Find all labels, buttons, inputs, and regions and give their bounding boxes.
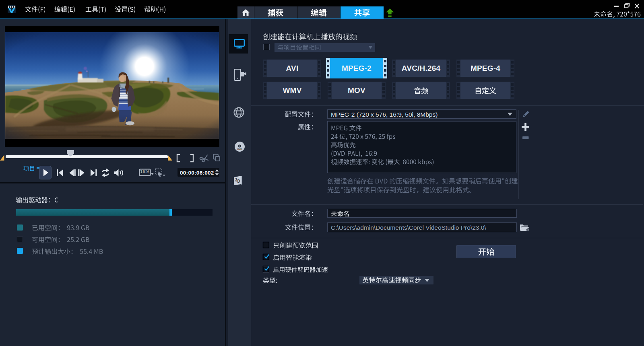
svg-text:DVD: DVD (237, 148, 242, 150)
svg-text:D: D (237, 179, 240, 183)
